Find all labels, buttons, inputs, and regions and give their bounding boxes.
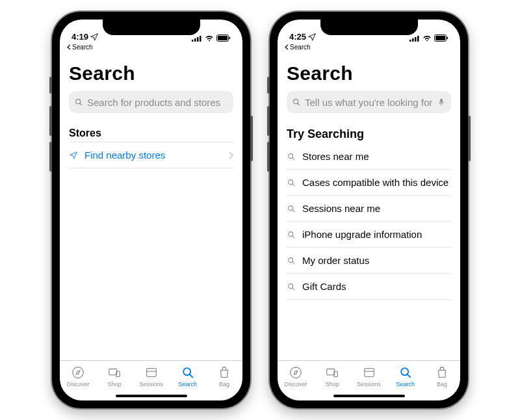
location-icon	[90, 33, 99, 42]
suggestion-label: Sessions near me	[302, 203, 451, 214]
section-header-try: Try Searching	[287, 127, 451, 141]
device-right: 4:25 Search Search Try Searching	[270, 12, 468, 408]
svg-rect-19	[417, 36, 419, 42]
suggestion-row[interactable]: Sessions near me	[287, 196, 451, 222]
search-input[interactable]	[69, 91, 233, 113]
search-icon	[74, 98, 83, 107]
tab-discover[interactable]: Discover	[60, 361, 96, 391]
bag-icon	[435, 365, 449, 380]
suggestion-label: Cases compatible with this device	[302, 177, 451, 188]
page-title: Search	[69, 62, 233, 85]
svg-rect-18	[415, 37, 417, 42]
chevron-right-icon	[228, 151, 233, 159]
search-icon	[287, 204, 296, 213]
page-title: Search	[287, 62, 451, 85]
location-icon	[307, 33, 317, 42]
suggestion-row[interactable]: My order status	[287, 248, 451, 274]
suggestion-label: Stores near me	[302, 151, 451, 162]
svg-line-8	[80, 103, 82, 105]
svg-rect-1	[194, 38, 196, 42]
svg-rect-22	[447, 37, 448, 40]
search-icon	[287, 282, 296, 291]
svg-rect-12	[146, 368, 156, 376]
svg-rect-5	[218, 36, 228, 40]
suggestion-label: Gift Cards	[302, 281, 451, 292]
status-icons	[410, 34, 448, 42]
search-icon	[287, 178, 296, 187]
back-breadcrumb[interactable]: Search	[60, 43, 242, 51]
bag-icon	[217, 365, 231, 380]
svg-line-37	[292, 287, 294, 289]
cellular-icon	[410, 35, 420, 42]
tab-shop[interactable]: Shop	[314, 361, 350, 391]
svg-rect-10	[109, 369, 117, 374]
sessions-icon	[144, 365, 159, 380]
battery-icon	[216, 34, 231, 42]
tab-sessions[interactable]: Sessions	[350, 361, 387, 391]
suggestion-row[interactable]: iPhone upgrade information	[287, 222, 451, 248]
svg-line-44	[407, 374, 410, 377]
find-nearby-stores-row[interactable]: Find nearby stores	[69, 142, 233, 168]
svg-line-15	[189, 374, 192, 377]
wifi-icon	[422, 35, 432, 42]
status-time: 4:19	[72, 32, 88, 42]
status-icons	[192, 34, 231, 42]
devices-icon	[325, 365, 339, 380]
mic-icon[interactable]	[437, 98, 446, 107]
tab-discover[interactable]: Discover	[278, 361, 314, 391]
tab-bag[interactable]: Bag	[424, 361, 460, 391]
compass-icon	[71, 365, 85, 380]
tab-sessions[interactable]: Sessions	[133, 361, 169, 391]
section-header-stores: Stores	[69, 127, 233, 139]
svg-rect-21	[436, 36, 445, 40]
location-arrow-icon	[69, 151, 78, 160]
compass-icon	[289, 365, 303, 380]
svg-rect-16	[410, 40, 411, 42]
svg-rect-2	[197, 37, 199, 42]
suggestion-row[interactable]: Cases compatible with this device	[287, 170, 451, 196]
svg-rect-17	[412, 38, 414, 42]
svg-rect-25	[440, 99, 443, 103]
cellular-icon	[192, 35, 202, 42]
find-nearby-label: Find nearby stores	[84, 150, 222, 161]
svg-rect-39	[327, 369, 335, 374]
svg-line-29	[292, 183, 294, 185]
tab-bag[interactable]: Bag	[206, 361, 242, 391]
suggestion-label: My order status	[302, 255, 451, 266]
search-icon	[287, 230, 296, 239]
suggestion-row[interactable]: Stores near me	[287, 144, 451, 170]
tab-search[interactable]: Search	[170, 361, 206, 391]
search-icon	[287, 256, 296, 265]
svg-line-35	[292, 261, 294, 263]
search-field[interactable]	[87, 97, 228, 108]
back-label: Search	[72, 44, 93, 51]
suggestion-row[interactable]: Gift Cards	[287, 274, 451, 300]
status-time: 4:25	[289, 32, 306, 42]
sessions-icon	[362, 365, 376, 380]
search-icon	[287, 152, 296, 161]
svg-rect-3	[200, 36, 202, 42]
back-breadcrumb[interactable]: Search	[278, 43, 460, 51]
devices-icon	[107, 365, 122, 380]
wifi-icon	[205, 35, 214, 42]
search-tab-icon	[181, 365, 195, 380]
svg-line-27	[292, 157, 294, 159]
svg-rect-41	[364, 368, 374, 376]
svg-line-24	[298, 103, 300, 105]
device-left: 4:19 Search Search Stores Find near	[52, 12, 250, 408]
tab-shop[interactable]: Shop	[96, 361, 133, 391]
svg-line-33	[292, 235, 294, 237]
search-tab-icon	[398, 365, 413, 380]
svg-point-38	[291, 367, 302, 378]
chevron-left-icon	[66, 44, 71, 50]
svg-rect-6	[229, 37, 231, 40]
search-field[interactable]	[305, 97, 433, 108]
tab-search[interactable]: Search	[387, 361, 424, 391]
svg-line-31	[292, 209, 294, 211]
search-icon	[292, 98, 301, 107]
svg-point-9	[73, 367, 84, 378]
home-indicator[interactable]	[116, 395, 187, 397]
back-label: Search	[290, 44, 311, 51]
search-input[interactable]	[287, 91, 451, 113]
home-indicator[interactable]	[333, 395, 405, 397]
